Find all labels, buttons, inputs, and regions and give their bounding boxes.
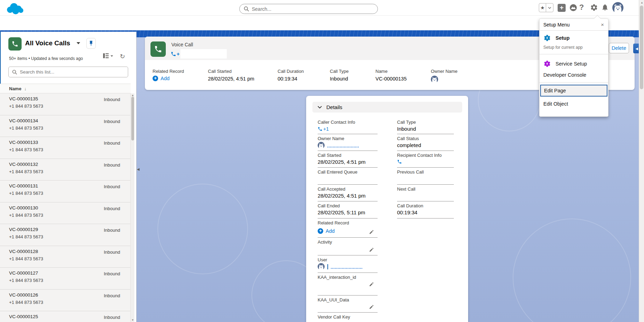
scroll-up-icon[interactable]: ▲ xyxy=(641,1,643,4)
field-label: User xyxy=(318,257,378,262)
highlight-name: Name VC-00000135 xyxy=(375,69,407,82)
list-item[interactable]: VC-00000130 +1 844 873 5673 Inbound xyxy=(0,202,131,224)
add-related-record-link[interactable]: + Add xyxy=(318,228,378,234)
global-actions-icon[interactable]: + xyxy=(558,4,566,12)
owner-avatar[interactable] xyxy=(431,76,458,83)
list-view-title[interactable]: All Voice Calls xyxy=(25,39,70,47)
redacted-owner-link[interactable] xyxy=(327,143,359,147)
recipient-phone-link[interactable] xyxy=(397,159,454,164)
list-search-input[interactable] xyxy=(20,69,117,75)
list-item[interactable]: VC-00000127 +1 844 873 5673 Inbound xyxy=(0,268,131,290)
list-item[interactable]: VC-00000135 +1 844 873 5673 Inbound xyxy=(0,93,131,115)
menu-item-label[interactable]: Setup xyxy=(556,35,569,41)
add-label[interactable]: Add xyxy=(326,228,335,234)
panel-focus-edge xyxy=(0,32,1,84)
add-related-record-link[interactable]: + Add xyxy=(153,76,184,81)
display-as-button[interactable] xyxy=(103,53,114,58)
add-label[interactable]: Add xyxy=(161,76,170,81)
delete-button[interactable]: Delete xyxy=(609,43,629,53)
details-section-header[interactable]: Details xyxy=(312,102,462,113)
record-object-label: Voice Call xyxy=(171,42,193,47)
call-type: Inbound xyxy=(104,162,120,168)
refresh-icon[interactable]: ↻ xyxy=(120,53,125,60)
salesforce-logo[interactable] xyxy=(5,2,26,15)
highlight-related-record: Related Record + Add xyxy=(153,69,184,81)
list-meta-text: 50+ items • Updated a few seconds ago xyxy=(9,56,83,61)
chevron-down-icon xyxy=(317,106,322,109)
favorites-star-icon[interactable]: ★ xyxy=(539,3,546,12)
list-item[interactable]: VC-00000134 +1 844 873 5673 Inbound xyxy=(0,115,131,137)
field-label: Next Call xyxy=(397,186,454,192)
record-caller-number[interactable]: + xyxy=(171,49,227,59)
pin-list-button[interactable] xyxy=(86,38,96,49)
field-call-type: Call Type Inbound xyxy=(397,118,454,134)
field-next-call: Next Call xyxy=(397,185,454,201)
menu-item-service-setup[interactable]: Service Setup xyxy=(540,54,608,68)
phone-link-text[interactable]: +1 xyxy=(323,126,329,132)
list-item[interactable]: VC-00000126 +1 844 873 5673 Inbound xyxy=(0,290,131,312)
help-icon[interactable]: ? xyxy=(579,3,584,12)
guidance-center-icon[interactable] xyxy=(569,3,577,12)
page-scrollbar[interactable]: ▲ xyxy=(639,0,644,322)
notifications-bell-icon[interactable] xyxy=(601,3,609,11)
field-call-entered-queue: Call Entered Queue xyxy=(318,168,378,185)
details-right-column: Call Type Inbound Call Status completed … xyxy=(397,118,454,219)
menu-item-edit-object[interactable]: Edit Object xyxy=(540,97,608,111)
favorites-group[interactable]: ★ xyxy=(539,3,553,12)
highlight-owner-name: Owner Name xyxy=(431,69,458,83)
phone-icon xyxy=(397,159,402,164)
column-header-name[interactable]: Name ↓ xyxy=(0,84,131,93)
field-label: Owner Name xyxy=(318,136,378,141)
scrollbar-thumb[interactable] xyxy=(131,97,134,140)
list-item[interactable]: VC-00000129 +1 844 873 5673 Inbound xyxy=(0,224,131,246)
list-search-box[interactable] xyxy=(8,67,128,77)
user-link[interactable] xyxy=(318,263,378,270)
list-item[interactable]: VC-00000133 +1 844 873 5673 Inbound xyxy=(0,137,131,159)
caller-phone-link[interactable]: +1 xyxy=(318,126,378,132)
list-scrollbar[interactable]: ▲ ▼ xyxy=(130,93,134,322)
menu-item-setup[interactable]: Setup xyxy=(540,31,608,42)
field-label: KAA_interaction_id xyxy=(318,275,378,280)
setup-gear-icon[interactable] xyxy=(590,3,598,12)
field-label: Call Type xyxy=(397,120,454,125)
voice-call-record-icon xyxy=(150,41,166,57)
call-type: Inbound xyxy=(104,250,120,255)
field-value: 28/02/2025, 4:51 pm xyxy=(318,159,378,165)
plus-circle-icon: + xyxy=(318,228,323,234)
collapse-panel-icon[interactable]: ◀ xyxy=(137,167,140,171)
search-input[interactable] xyxy=(252,6,356,12)
pin-icon xyxy=(89,40,93,46)
edit-pencil-icon[interactable] xyxy=(369,282,374,287)
list-view-selector-icon[interactable] xyxy=(76,41,81,45)
field-label: Activity xyxy=(318,239,378,245)
list-item[interactable]: VC-00000132 +1 844 873 5673 Inbound xyxy=(0,159,131,181)
close-icon[interactable]: × xyxy=(601,22,604,28)
favorites-dropdown-icon[interactable] xyxy=(546,3,553,12)
avatar xyxy=(318,142,325,149)
edit-pencil-icon[interactable] xyxy=(369,247,374,252)
list-view-panel: All Voice Calls 50+ items • Updated a fe… xyxy=(0,32,137,322)
list-item[interactable]: VC-00000131 +1 844 873 5673 Inbound xyxy=(0,181,131,202)
scroll-down-icon[interactable]: ▼ xyxy=(131,319,134,322)
scroll-up-icon[interactable]: ▲ xyxy=(131,94,134,97)
user-avatar[interactable] xyxy=(612,2,623,13)
field-label: Call Duration xyxy=(397,203,454,208)
field-previous-call: Previous Call xyxy=(397,168,454,185)
menu-item-developer-console[interactable]: Developer Console xyxy=(540,68,608,83)
field-value: 28/02/2025, 4:51 pm xyxy=(318,193,378,199)
menu-item-label[interactable]: Service Setup xyxy=(556,61,587,67)
scrollbar-thumb[interactable] xyxy=(640,6,643,89)
phone-number: +1 844 873 5673 xyxy=(9,147,131,152)
edit-pencil-icon[interactable] xyxy=(369,230,374,235)
list-item[interactable]: VC-00000128 +1 844 873 5673 Inbound xyxy=(0,246,131,268)
details-title: Details xyxy=(326,104,342,110)
setup-menu-title: Setup Menu xyxy=(543,22,570,28)
redacted-user-link[interactable] xyxy=(331,264,362,269)
display-as-icon xyxy=(103,53,109,58)
list-item[interactable]: VC-00000125 +1 844 873 5673 Inbound xyxy=(0,311,131,322)
field-vendor-call-key: Vendor Call Key xyxy=(318,313,378,322)
global-search[interactable] xyxy=(239,4,378,14)
owner-link[interactable] xyxy=(318,142,378,149)
edit-pencil-icon[interactable] xyxy=(369,305,374,309)
menu-item-edit-page[interactable]: Edit Page xyxy=(540,85,607,97)
